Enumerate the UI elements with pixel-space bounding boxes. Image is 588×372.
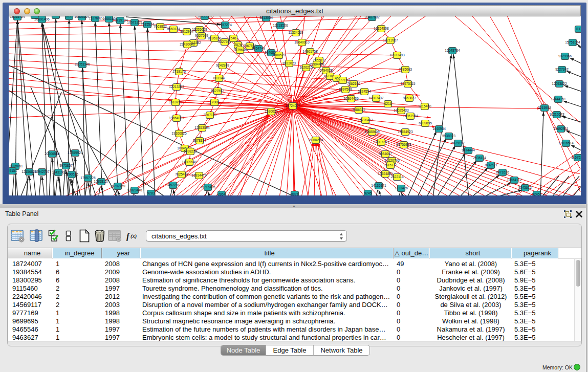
- svg-text:19654983: 19654983: [169, 116, 184, 120]
- svg-text:15720407: 15720407: [358, 118, 373, 122]
- svg-text:17957225: 17957225: [80, 176, 96, 180]
- svg-text:8813054: 8813054: [259, 16, 273, 19]
- svg-text:12353594: 12353594: [194, 126, 210, 129]
- svg-text:3875645: 3875645: [233, 48, 247, 52]
- svg-text:7986322: 7986322: [352, 108, 365, 112]
- svg-text:17359924: 17359924: [68, 151, 83, 155]
- svg-text:92456: 92456: [532, 192, 542, 195]
- svg-text:20691406: 20691406: [34, 17, 50, 21]
- svg-text:3824554: 3824554: [358, 90, 371, 93]
- svg-text:9777169: 9777169: [336, 78, 350, 82]
- svg-text:18640910: 18640910: [294, 40, 310, 44]
- svg-text:14961758: 14961758: [302, 50, 318, 53]
- svg-text:9245612: 9245612: [518, 186, 532, 189]
- svg-text:f: f: [126, 231, 130, 241]
- svg-text:2876: 2876: [234, 43, 242, 47]
- svg-text:8322023: 8322023: [282, 61, 296, 65]
- svg-text:19166825: 19166825: [171, 132, 187, 135]
- svg-text:8471626: 8471626: [496, 170, 509, 174]
- svg-text:9227342: 9227342: [555, 68, 569, 71]
- svg-text:8821: 8821: [291, 192, 299, 195]
- svg-text:20487682: 20487682: [364, 16, 380, 19]
- svg-text:546: 546: [230, 36, 236, 40]
- svg-text:1290515: 1290515: [65, 172, 78, 176]
- svg-text:20053346: 20053346: [75, 62, 90, 66]
- svg-text:12975115: 12975115: [401, 82, 416, 85]
- svg-text:13226058: 13226058: [192, 28, 207, 31]
- svg-text:12218506: 12218506: [273, 24, 288, 27]
- svg-text:18907269: 18907269: [374, 140, 389, 144]
- svg-text:18055724: 18055724: [10, 16, 25, 18]
- svg-text:19384554: 19384554: [308, 138, 323, 142]
- svg-text:20364436: 20364436: [343, 97, 359, 100]
- svg-text:6939695: 6939695: [419, 121, 432, 125]
- svg-text:1167534: 1167534: [571, 156, 581, 159]
- svg-text:12823446: 12823446: [127, 188, 142, 192]
- svg-text:16914479: 16914479: [191, 173, 207, 177]
- svg-text:1640954: 1640954: [432, 127, 446, 130]
- svg-text:16809948: 16809948: [182, 160, 197, 164]
- svg-text:5498222: 5498222: [184, 149, 197, 153]
- svg-text:16210643: 16210643: [549, 113, 564, 116]
- svg-text:9327509: 9327509: [195, 34, 208, 37]
- svg-text:9463827: 9463827: [403, 96, 416, 100]
- svg-text:19654923: 19654923: [398, 130, 413, 134]
- svg-text:8660124: 8660124: [167, 27, 180, 31]
- svg-text:1811: 1811: [31, 16, 39, 17]
- svg-text:11324519: 11324519: [289, 31, 303, 34]
- svg-text:10671355: 10671355: [127, 20, 142, 24]
- svg-text:8186328: 8186328: [208, 36, 221, 40]
- svg-text:8912954: 8912954: [180, 30, 193, 33]
- svg-text:12213967: 12213967: [383, 38, 398, 42]
- svg-text:10688609: 10688609: [364, 130, 380, 134]
- svg-text:7485063: 7485063: [399, 68, 412, 71]
- svg-text:9283: 9283: [147, 191, 155, 195]
- svg-text:15716485: 15716485: [200, 185, 215, 189]
- svg-text:9474444: 9474444: [462, 148, 475, 152]
- svg-text:12213363: 12213363: [169, 85, 184, 89]
- svg-text:18724007: 18724007: [285, 104, 300, 107]
- svg-text:9975857: 9975857: [59, 164, 73, 167]
- svg-text:9245: 9245: [364, 191, 372, 195]
- svg-text:2864: 2864: [218, 192, 226, 195]
- svg-text:7625402: 7625402: [175, 172, 188, 176]
- svg-text:14136141: 14136141: [371, 184, 386, 187]
- svg-text:19756928: 19756928: [396, 143, 411, 146]
- svg-text:(x): (x): [130, 233, 137, 239]
- svg-text:7663822: 7663822: [154, 25, 167, 28]
- svg-text:10958127: 10958127: [94, 180, 109, 183]
- svg-text:16033809: 16033809: [197, 16, 212, 18]
- svg-text:803144: 803144: [213, 76, 225, 80]
- svg-text:16154808: 16154808: [374, 27, 389, 30]
- svg-text:12942757: 12942757: [34, 170, 50, 173]
- svg-text:10719134: 10719134: [113, 18, 128, 22]
- svg-text:1588520: 1588520: [272, 53, 286, 57]
- svg-text:6216: 6216: [384, 102, 392, 105]
- svg-text:7462106: 7462106: [347, 82, 360, 85]
- svg-text:2522114: 2522114: [390, 175, 404, 179]
- svg-text:7632621: 7632621: [484, 163, 497, 167]
- svg-text:19904448: 19904448: [309, 62, 324, 66]
- svg-text:10807437: 10807437: [368, 96, 384, 100]
- svg-text:1143191: 1143191: [52, 170, 65, 174]
- svg-text:10654112: 10654112: [507, 178, 522, 182]
- svg-text:9115460: 9115460: [418, 104, 431, 108]
- svg-text:1527602: 1527602: [89, 16, 102, 20]
- svg-text:6497508: 6497508: [339, 87, 352, 91]
- svg-text:9242848: 9242848: [216, 63, 229, 67]
- svg-text:6679197: 6679197: [451, 141, 465, 145]
- svg-text:20206556: 20206556: [45, 152, 60, 156]
- svg-text:8427552: 8427552: [211, 89, 224, 93]
- svg-text:20533: 20533: [51, 16, 61, 17]
- svg-text:7357274: 7357274: [219, 23, 232, 27]
- svg-text:15751074: 15751074: [565, 40, 580, 44]
- svg-text:17006: 17006: [210, 100, 220, 104]
- svg-text:9457791: 9457791: [166, 183, 180, 187]
- svg-text:12093822: 12093822: [552, 82, 567, 85]
- svg-text:1610753: 1610753: [169, 100, 182, 104]
- svg-text:2718176: 2718176: [172, 70, 186, 73]
- svg-text:3267110: 3267110: [203, 113, 216, 117]
- svg-text:9084007: 9084007: [379, 152, 392, 156]
- svg-text:14957964: 14957964: [403, 114, 418, 118]
- svg-text:1733426: 1733426: [395, 186, 408, 190]
